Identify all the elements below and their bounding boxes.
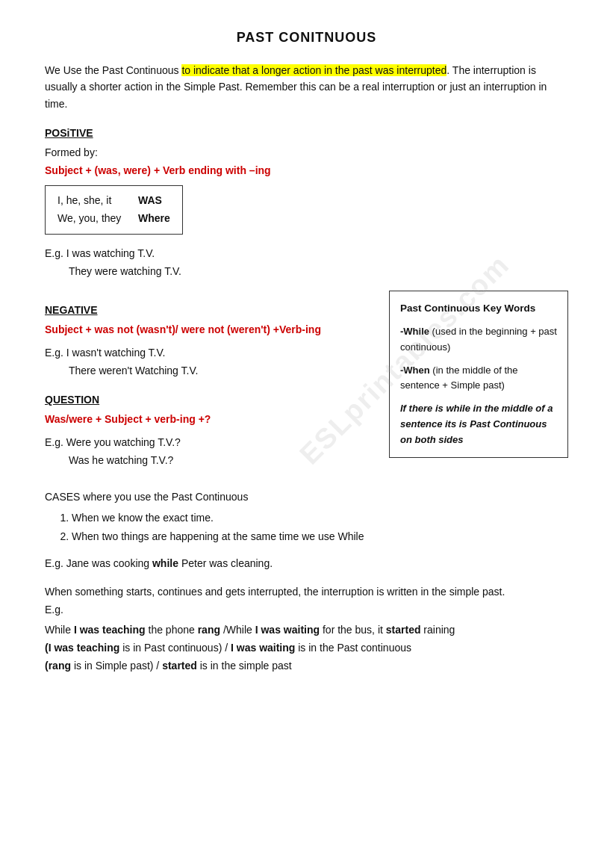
intro-before: We Use the Past Continuous [45, 64, 181, 76]
al1-a2: is in the Past continuous [295, 642, 411, 654]
when-keyword: -When [400, 365, 430, 376]
positive-formula: Subject + (was, were) + Verb ending with… [45, 164, 568, 176]
subject-1: I, he, she, it [57, 192, 125, 210]
al1-b2: I was waiting [231, 642, 295, 654]
negative-eg-2: There weren't Watching T.V. [69, 362, 376, 380]
case-1: When we know the exact time. [72, 509, 568, 527]
verb-2: Where [138, 210, 170, 228]
negative-heading: NEGATIVE [45, 304, 376, 316]
was-were-row-2: We, you, they Where [57, 210, 170, 228]
negative-main: NEGATIVE Subject + was not (wasn't)/ wer… [45, 291, 376, 480]
al2-b1: (rang [45, 660, 71, 672]
negative-eg-1: E.g. I wasn't watching T.V. [45, 344, 376, 362]
wt-bold-3: I was waiting [255, 624, 320, 636]
keyword-sidebar: Past Continuous Key Words -While (used i… [389, 291, 568, 457]
intro-paragraph: We Use the Past Continuous to indicate t… [45, 62, 568, 112]
while-teaching-line: While I was teaching the phone rang /Whi… [45, 621, 568, 639]
sidebar-title: Past Continuous Key Words [400, 300, 557, 317]
cases-list: When we know the exact time. When two th… [72, 509, 568, 546]
positive-eg-1: E.g. I was watching T.V. [45, 245, 568, 263]
while-bold: while [152, 557, 178, 569]
positive-examples: E.g. I was watching T.V. They were watch… [45, 245, 568, 281]
wt-bold-1: I was teaching [74, 624, 146, 636]
bottom-section: When something starts, continues and get… [45, 583, 568, 675]
formed-by-label: Formed by: [45, 146, 568, 158]
wt-3: /While [220, 624, 255, 636]
positive-heading: POSiTIVE [45, 127, 568, 139]
cases-section: CASES where you use the Past Continuous … [45, 491, 568, 546]
keyword-while: -While (used in the beginning + past con… [400, 324, 557, 356]
eg-while-line: E.g. Jane was cooking while Peter was cl… [45, 555, 568, 573]
while-keyword: -While [400, 326, 429, 337]
negative-examples: E.g. I wasn't watching T.V. There weren'… [45, 344, 376, 380]
wt-bold-4: started [386, 624, 421, 636]
wt-4: for the bus, it [320, 624, 386, 636]
was-were-row-1: I, he, she, it WAS [57, 192, 170, 210]
analysis-line-1: (I was teaching is in Past continuous) /… [45, 639, 568, 657]
special-note: If there is while in the middle of a sen… [400, 401, 557, 447]
wt-bold-2: rang [198, 624, 220, 636]
al2-a1: is in Simple past) / [71, 660, 162, 672]
wt-5: raining [420, 624, 455, 636]
page-title: PAST CONITNUOUS [45, 30, 568, 46]
al1-b1: (I was teaching [45, 642, 119, 654]
question-formula: Was/were + Subject + verb-ing +? [45, 413, 376, 425]
eg-while-after: Peter was cleaning. [178, 557, 273, 569]
eg-while-before: E.g. Jane was cooking [45, 557, 152, 569]
was-were-box: I, he, she, it WAS We, you, they Where [45, 185, 183, 235]
case-2: When two things are happening at the sam… [72, 527, 568, 546]
al2-b2: started [162, 660, 197, 672]
question-eg-1: E.g. Were you watching T.V.? [45, 434, 376, 452]
negative-formula: Subject + was not (wasn't)/ were not (we… [45, 323, 376, 335]
positive-eg-2: They were watching T.V. [69, 263, 568, 281]
question-examples: E.g. Were you watching T.V.? Was he watc… [45, 434, 376, 470]
al1-a1: is in Past continuous) / [119, 642, 231, 654]
cases-intro: CASES where you use the Past Continuous [45, 491, 568, 503]
intro-highlight: to indicate that a longer action in the … [181, 64, 446, 76]
wt-2: the phone [146, 624, 198, 636]
eg-intro-label: E.g. [45, 601, 568, 619]
verb-1: WAS [138, 192, 162, 210]
negative-section: NEGATIVE Subject + was not (wasn't)/ wer… [45, 291, 568, 480]
subject-2: We, you, they [57, 210, 125, 228]
interruption-para: When something starts, continues and get… [45, 583, 568, 601]
al2-a2: is in the simple past [197, 660, 292, 672]
analysis-line-2: (rang is in Simple past) / started is in… [45, 657, 568, 675]
wt-1: While [45, 624, 74, 636]
keyword-when: -When (in the middle of the sentence + S… [400, 363, 557, 394]
question-heading: QUESTION [45, 394, 376, 406]
question-eg-2: Was he watching T.V.? [69, 452, 376, 470]
